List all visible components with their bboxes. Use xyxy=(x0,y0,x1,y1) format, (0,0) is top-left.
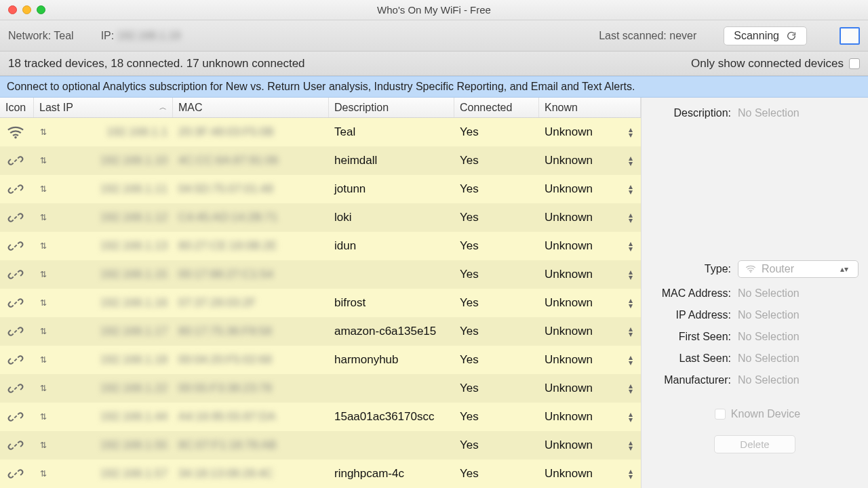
toolbar: Network: Teal IP: 192.168.1.19 Last scan… xyxy=(0,20,868,52)
row-mac: 80:27:CE:18:0B:2E xyxy=(178,239,277,252)
row-conn: Yes xyxy=(460,125,479,138)
type-combo[interactable]: Router ▴▾ xyxy=(738,260,859,278)
detail-type-label: Type: xyxy=(651,263,731,275)
minimize-window-icon[interactable] xyxy=(22,5,31,14)
detail-description-label: Description: xyxy=(651,107,731,119)
sort-handle-icon[interactable]: ⇅ xyxy=(39,412,47,422)
sort-handle-icon[interactable]: ⇅ xyxy=(39,327,47,336)
row-known: Unknown xyxy=(545,182,593,196)
table-row[interactable]: ⇅192.168.1.1607:37:28:03:2FbifrostYesUnk… xyxy=(0,289,641,317)
row-desc: 15aa01ac36170scc xyxy=(334,410,434,423)
row-desc: ringhpcam-4c xyxy=(334,467,404,480)
stepper-icon[interactable]: ▴▾ xyxy=(629,155,633,166)
row-desc: heimdall xyxy=(334,154,377,167)
sort-handle-icon[interactable]: ⇅ xyxy=(39,298,47,308)
stepper-icon[interactable]: ▴▾ xyxy=(629,440,633,451)
col-header-desc[interactable]: Description xyxy=(329,98,454,117)
row-conn: Yes xyxy=(460,325,479,338)
stepper-icon[interactable]: ▴▾ xyxy=(629,411,633,422)
table-row[interactable]: ⇅192.168.1.1104:5D:75:07:01:48jotunnYesU… xyxy=(0,175,641,203)
sort-handle-icon[interactable]: ⇅ xyxy=(39,441,47,450)
table-row[interactable]: ⇅192.168.1.1500:17:88:27:C1:54YesUnknown… xyxy=(0,260,641,289)
svg-point-0 xyxy=(14,136,17,139)
table-row[interactable]: ⇅192.168.1.558C:07:F1:18:78:ABYesUnknown… xyxy=(0,431,641,460)
row-known: Unknown xyxy=(545,211,593,224)
sort-handle-icon[interactable]: ⇅ xyxy=(39,355,47,365)
table-header: Icon Last IP ︿ MAC Description Connected… xyxy=(0,98,641,118)
network-label: Network: Teal xyxy=(8,30,74,42)
scan-button[interactable]: Scanning xyxy=(724,26,807,45)
zoom-window-icon[interactable] xyxy=(37,5,45,14)
stepper-icon[interactable]: ▴▾ xyxy=(629,383,633,394)
stepper-icon[interactable]: ▴▾ xyxy=(629,269,633,280)
row-ip: 192.168.1.13 xyxy=(100,239,167,253)
col-header-conn[interactable]: Connected xyxy=(454,98,539,117)
close-window-icon[interactable] xyxy=(8,5,17,14)
row-known: Unknown xyxy=(545,325,593,338)
row-conn: Yes xyxy=(460,353,479,366)
row-conn: Yes xyxy=(460,439,479,451)
col-header-icon[interactable]: Icon xyxy=(0,98,34,117)
row-known: Unknown xyxy=(545,154,593,167)
link-icon xyxy=(5,154,26,167)
sort-handle-icon[interactable]: ⇅ xyxy=(39,384,47,393)
link-icon xyxy=(5,325,26,338)
detail-panel: Description: No Selection Type: Router ▴… xyxy=(641,98,868,488)
stepper-icon[interactable]: ▴▾ xyxy=(629,326,633,337)
row-ip: 192.168.1.10 xyxy=(100,154,167,167)
row-conn: Yes xyxy=(460,211,479,224)
sort-handle-icon[interactable]: ⇅ xyxy=(39,270,47,279)
detail-lastseen-value: No Selection xyxy=(738,352,859,365)
table-row[interactable]: ⇅192.168.1.1800:04:20:F5:02:68harmonyhub… xyxy=(0,346,641,374)
table-row[interactable]: ⇅192.168.1.44A4:16:95:55:87:DA15aa01ac36… xyxy=(0,403,641,431)
stepper-icon[interactable]: ▴▾ xyxy=(629,212,633,223)
link-icon xyxy=(5,182,26,196)
wifi-icon xyxy=(5,125,26,139)
toolbar-toggle[interactable] xyxy=(840,27,860,45)
row-ip: 192.168.1.12 xyxy=(100,211,167,224)
sort-handle-icon[interactable]: ⇅ xyxy=(39,241,47,251)
table-row[interactable]: ⇅192.168.1.5734:18:13:08:28:4Cringhpcam-… xyxy=(0,460,641,488)
scan-button-label: Scanning xyxy=(734,30,779,42)
table-row[interactable]: ⇅192.168.1.12C4:45:AD:14:2B:71lokiYesUnk… xyxy=(0,203,641,232)
sort-handle-icon[interactable]: ⇅ xyxy=(39,184,47,194)
col-header-ip[interactable]: Last IP ︿ xyxy=(34,98,173,117)
sort-handle-icon[interactable]: ⇅ xyxy=(39,469,47,479)
sort-handle-icon[interactable]: ⇅ xyxy=(39,213,47,222)
row-known: Unknown xyxy=(545,239,593,253)
row-desc: Teal xyxy=(334,125,355,138)
stepper-icon[interactable]: ▴▾ xyxy=(629,468,633,479)
link-icon xyxy=(5,410,26,424)
network-name: Teal xyxy=(54,30,73,41)
only-connected-checkbox[interactable] xyxy=(849,58,860,69)
stepper-icon: ▴▾ xyxy=(840,266,848,272)
stepper-icon[interactable]: ▴▾ xyxy=(629,241,633,251)
stepper-icon[interactable]: ▴▾ xyxy=(629,127,633,138)
link-icon xyxy=(5,239,26,253)
analytics-banner[interactable]: Connect to optional Analytics subscripti… xyxy=(0,76,868,98)
stepper-icon[interactable]: ▴▾ xyxy=(629,184,633,195)
row-ip: 192.168.1.44 xyxy=(100,410,167,424)
stepper-icon[interactable]: ▴▾ xyxy=(629,354,633,365)
known-device-checkbox[interactable] xyxy=(715,409,726,420)
table-row[interactable]: ⇅192.168.1.1780:17:75:36:F8:58amazon-c6a… xyxy=(0,317,641,346)
sort-handle-icon[interactable]: ⇅ xyxy=(39,127,47,137)
table-row[interactable]: ⇅192.168.1.120:3F:48:03:F5:0BTealYesUnkn… xyxy=(0,118,641,146)
col-header-mac[interactable]: MAC xyxy=(173,98,329,117)
col-header-known[interactable]: Known xyxy=(539,98,641,117)
table-row[interactable]: ⇅192.168.1.104C:CC:6A:87:91:06heimdallYe… xyxy=(0,146,641,175)
row-ip: 192.168.1.15 xyxy=(100,268,167,281)
row-conn: Yes xyxy=(460,268,479,281)
sort-handle-icon[interactable]: ⇅ xyxy=(39,156,47,165)
table-row[interactable]: ⇅192.168.1.1380:27:CE:18:0B:2EidunYesUnk… xyxy=(0,232,641,260)
row-ip: 192.168.1.22 xyxy=(100,382,167,395)
row-mac: 20:3F:48:03:F5:0B xyxy=(178,125,274,138)
row-ip: 192.168.1.18 xyxy=(100,353,167,367)
delete-button[interactable]: Delete xyxy=(714,435,795,453)
sort-asc-icon: ︿ xyxy=(159,102,167,113)
row-conn: Yes xyxy=(460,182,479,195)
table-row[interactable]: ⇅192.168.1.2200:55:F3:38:23:78YesUnknown… xyxy=(0,374,641,403)
stepper-icon[interactable]: ▴▾ xyxy=(629,298,633,308)
status-text: 18 tracked devices, 18 connected. 17 unk… xyxy=(8,57,305,70)
detail-firstseen-value: No Selection xyxy=(738,331,859,343)
